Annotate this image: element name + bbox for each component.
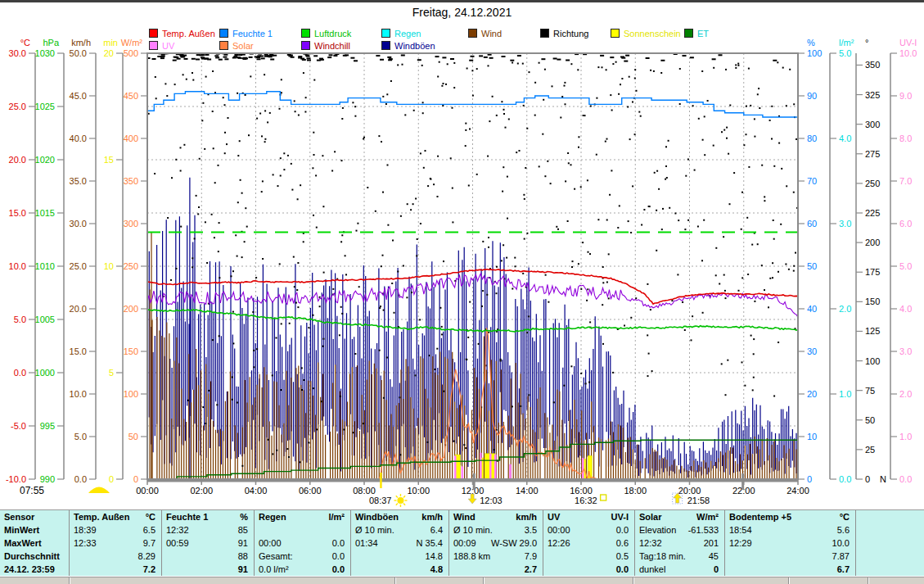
table-cell: 00:09W-SW 29.0 [448,536,543,550]
table-cell: UVUV-I [543,510,634,523]
table-cell: Bodentemp +5°C [724,510,855,523]
table-row: MaxWert12:339.700:599100:000.001:34N 35.… [0,536,924,550]
cell-value: 7.87 [832,551,850,561]
cell-value: 9.7 [143,538,156,548]
chart-text: 20.0 [70,304,87,314]
table-cell: 00:5991 [161,536,254,550]
cell-value: 0.6 [616,538,629,548]
chart-text: 500 [124,48,138,58]
axis-pct: 0102030405060708090100% [798,38,822,484]
chart-text: 20 [104,48,114,58]
chart-text: -10.0 [6,474,26,484]
table-cell: 12:260.6 [543,536,634,550]
chart-text: 1.0 [899,432,912,441]
chart-text: 1025 [35,102,55,111]
column-header: Wind [453,512,476,522]
cell-value: 14.8 [426,551,443,561]
table-cell: 14.8 [350,550,448,563]
table-cell: 18:396.5 [69,523,161,536]
chart-text: 3.0 [839,219,851,229]
chart-text: 10:00 [407,486,430,496]
table-cell: 0.0 [543,563,634,576]
chart-text: 25.0 [70,261,87,271]
axis-temp: -10.0-5.00.05.010.015.020.025.030.0°C [6,38,35,484]
table-cell [855,563,924,576]
table-cell: 00:000.0 [254,536,350,550]
chart-text: 04:00 [245,486,268,496]
chart-canvas[interactable]: -10.0-5.00.05.010.015.020.025.030.0°C990… [0,0,924,509]
column-header: UV [548,512,560,522]
chart-text: 15.0 [70,346,87,356]
table-cell: 0.0 l/m²0.0 [254,563,350,576]
table-cell: 91 [161,563,254,576]
chart-text: 990 [40,474,55,484]
cell-value: 45 [709,551,719,561]
chart-text: 1010 [35,261,55,271]
status-bar-divider [69,577,70,584]
chart-text: 200 [124,304,138,314]
chart-text: 0 [807,474,812,484]
cell-value: 5.6 [837,525,850,535]
status-bar-divider [633,577,633,584]
chart-text: 0 [109,474,114,484]
chart-text: 16:32 [575,496,597,505]
chart-text: 25.0 [9,102,26,111]
cell-label: 12:29 [729,538,752,548]
cell-label: 12:32 [166,525,189,535]
table-cell [254,523,350,536]
table-cell: 8.29 [69,550,161,563]
chart-text: 60 [807,219,817,229]
cell-value: 0.0 [616,525,629,535]
column-header: Windböen [355,512,399,522]
chart-text: 30.0 [9,48,26,58]
cell-value: 91 [238,564,248,574]
chart-text: 30.0 [70,219,87,229]
cell-value: 0.5 [616,551,629,561]
chart-text: 1020 [35,155,55,165]
row-label: MinWert [4,525,39,535]
cell-value: 91 [238,538,248,548]
chart-text: 16:00 [570,486,593,496]
chart-text: ° [865,38,868,48]
table-cell: 2.7 [448,563,543,576]
chart-text: 50 [865,415,875,425]
chart-text: 5.0 [74,432,87,441]
table-cell: Temp. Außen°C [69,510,161,523]
cell-label: 12:32 [639,538,662,548]
table-cell: dunkel0 [634,563,724,576]
table-cell: 12:339.7 [69,536,161,550]
chart-text: 0.0 [74,474,87,484]
chart-text: 250 [124,261,138,271]
chart-text: 40 [807,304,817,314]
weather-app-window: Freitag, 24.12.2021 Temp. AußenFeuchte 1… [0,0,924,584]
cell-value: 6.4 [430,525,443,535]
table-row: MinWert18:396.512:3285Ø 10 min.6.4Ø 10 m… [0,523,924,536]
table-cell: SolarW/m² [634,510,724,523]
cell-label: dunkel [639,564,665,574]
axis-wm2: 050100150200250300350400450500W/m² [121,38,147,484]
cell-label: Ø 10 min. [355,525,394,535]
chart-text: 350 [124,176,138,186]
column-unit: km/h [516,512,537,522]
chart-text: 9.0 [899,91,912,101]
chart-text: 45.0 [70,91,87,101]
table-cell: Tag:18 min.45 [634,550,724,563]
chart-text: 350 [865,60,880,70]
chart-text: 06:00 [299,486,322,496]
column-unit: W/m² [696,512,719,522]
column-header: Feuchte 1 [166,512,208,522]
chart-text: 24:00 [787,486,809,496]
chart-text: 6.0 [899,219,912,229]
table-cell: Durchschnitt [0,550,69,563]
cell-value: -61.533 [688,525,719,535]
chart-text: 20.0 [9,155,26,165]
chart-text: 50 [807,261,817,271]
cell-value: 3.5 [525,525,537,535]
table-cell: 4.8 [350,563,448,576]
table-cell: Windkm/h [448,510,543,523]
cell-value: 0.0 [332,564,345,574]
chart-text: 00:00 [136,486,159,496]
table-cell: Windböenkm/h [350,510,448,523]
axis-lm2: 0.01.02.03.04.05.0l/m² [830,38,854,484]
chart-text: 50.0 [70,48,87,58]
